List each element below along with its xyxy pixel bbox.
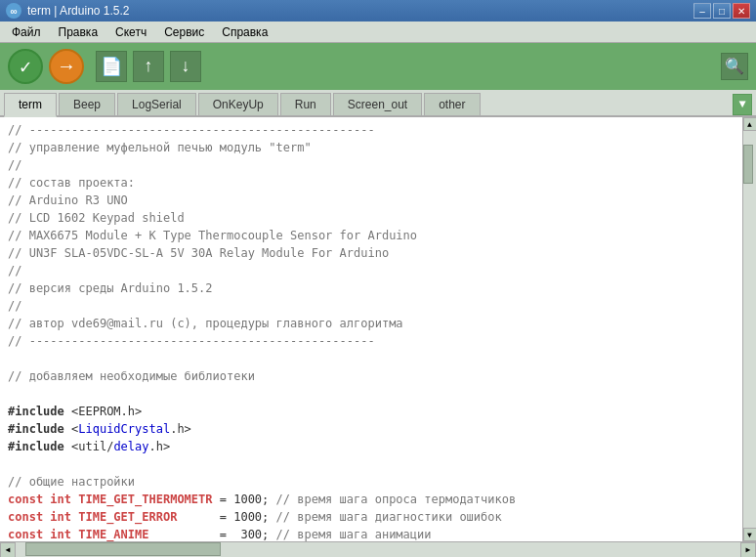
horizontal-scrollbar[interactable]: ◀ ▶ [0, 541, 756, 557]
scroll-track-h [16, 542, 740, 557]
scroll-thumb-v[interactable] [743, 145, 753, 184]
open-button[interactable]: ↑ [133, 51, 164, 82]
menu-edit[interactable]: Правка [51, 23, 106, 41]
code-text: // -------------------------------------… [8, 121, 735, 541]
code-editor[interactable]: // -------------------------------------… [0, 117, 742, 541]
title-bar: ∞ term | Arduino 1.5.2 – □ ✕ [0, 0, 756, 21]
tabs-bar: term Beep LogSerial OnKeyUp Run Screen_o… [0, 90, 756, 117]
save-button[interactable]: ↓ [170, 51, 201, 82]
close-button[interactable]: ✕ [733, 3, 750, 19]
window-title: term | Arduino 1.5.2 [27, 4, 130, 18]
main-container: // -------------------------------------… [0, 117, 756, 557]
scroll-thumb-h[interactable] [25, 542, 221, 556]
tab-other[interactable]: other [424, 93, 480, 115]
menu-bar: Файл Правка Скетч Сервис Справка [0, 21, 756, 43]
menu-help[interactable]: Справка [214, 23, 275, 41]
vertical-scrollbar[interactable]: ▲ ▼ [742, 117, 756, 541]
tab-onkeyup[interactable]: OnKeyUp [198, 93, 278, 115]
tab-run[interactable]: Run [280, 93, 331, 115]
menu-file[interactable]: Файл [4, 23, 49, 41]
menu-service[interactable]: Сервис [156, 23, 212, 41]
app-logo: ∞ [6, 3, 21, 19]
scroll-up-arrow[interactable]: ▲ [743, 117, 757, 131]
new-button[interactable]: 📄 [96, 51, 127, 82]
scroll-right-arrow[interactable]: ▶ [740, 542, 756, 558]
menu-sketch[interactable]: Скетч [107, 23, 154, 41]
upload-button[interactable]: → [49, 49, 84, 84]
tab-screen-out[interactable]: Screen_out [333, 93, 422, 115]
window-controls: – □ ✕ [693, 3, 750, 19]
maximize-button[interactable]: □ [713, 3, 731, 19]
scroll-left-arrow[interactable]: ◀ [0, 542, 16, 558]
search-button[interactable]: 🔍 [721, 53, 748, 80]
minimize-button[interactable]: – [693, 3, 711, 19]
code-area: // -------------------------------------… [0, 117, 756, 541]
tab-term[interactable]: term [4, 93, 57, 117]
tab-logserial[interactable]: LogSerial [117, 93, 196, 115]
scroll-down-arrow[interactable]: ▼ [743, 528, 757, 541]
toolbar: ✓ → 📄 ↑ ↓ 🔍 [0, 43, 756, 90]
tabs-dropdown[interactable]: ▼ [733, 94, 752, 115]
verify-button[interactable]: ✓ [8, 49, 43, 84]
tab-beep[interactable]: Beep [59, 93, 115, 115]
